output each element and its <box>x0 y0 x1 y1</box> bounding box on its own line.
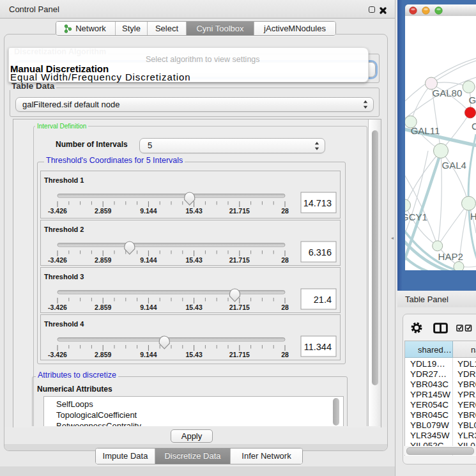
svg-text:-3.426: -3.426 <box>48 303 67 311</box>
svg-text:9.144: 9.144 <box>140 351 157 358</box>
svg-text:11.344: 11.344 <box>304 341 332 351</box>
svg-text:21.715: 21.715 <box>229 303 250 311</box>
svg-text:GAL80: GAL80 <box>433 88 463 98</box>
svg-text:H: H <box>470 211 476 222</box>
svg-text:15.43: 15.43 <box>185 303 202 311</box>
svg-text:HAP2: HAP2 <box>438 251 463 262</box>
svg-text:14.713: 14.713 <box>303 198 332 208</box>
svg-text:9.144: 9.144 <box>140 303 157 311</box>
svg-text:28: 28 <box>281 256 289 264</box>
svg-text:21.715: 21.715 <box>229 207 250 215</box>
svg-text:Threshold 2: Threshold 2 <box>44 226 84 233</box>
svg-text:15.43: 15.43 <box>185 351 202 358</box>
svg-text:2.859: 2.859 <box>95 207 111 215</box>
svg-text:15.43: 15.43 <box>185 256 202 264</box>
svg-text:2.859: 2.859 <box>95 303 111 311</box>
svg-text:-3.426: -3.426 <box>48 351 67 358</box>
svg-text:28: 28 <box>281 351 289 358</box>
svg-text:Threshold 1: Threshold 1 <box>44 176 84 184</box>
svg-text:C: C <box>472 121 476 132</box>
svg-text:9.144: 9.144 <box>140 207 157 215</box>
svg-text:2.859: 2.859 <box>95 351 111 358</box>
svg-text:Threshold 3: Threshold 3 <box>44 273 84 280</box>
svg-text:15.43: 15.43 <box>185 207 202 215</box>
svg-text:28: 28 <box>281 303 289 311</box>
svg-text:21.715: 21.715 <box>229 351 250 358</box>
svg-text:28: 28 <box>281 207 289 215</box>
svg-text:21.715: 21.715 <box>229 256 250 264</box>
svg-text:2.859: 2.859 <box>95 256 111 264</box>
svg-text:-3.426: -3.426 <box>48 256 67 264</box>
svg-text:GAL4: GAL4 <box>442 160 466 171</box>
svg-text:GCY1: GCY1 <box>405 211 427 222</box>
svg-text:GA: GA <box>469 95 476 105</box>
svg-text:GAL11: GAL11 <box>411 125 440 136</box>
svg-text:6.316: 6.316 <box>309 247 332 257</box>
svg-text:Threshold 4: Threshold 4 <box>44 320 84 328</box>
svg-text:9.144: 9.144 <box>140 256 157 264</box>
svg-text:-3.426: -3.426 <box>48 207 67 215</box>
svg-text:21.4: 21.4 <box>314 294 332 304</box>
